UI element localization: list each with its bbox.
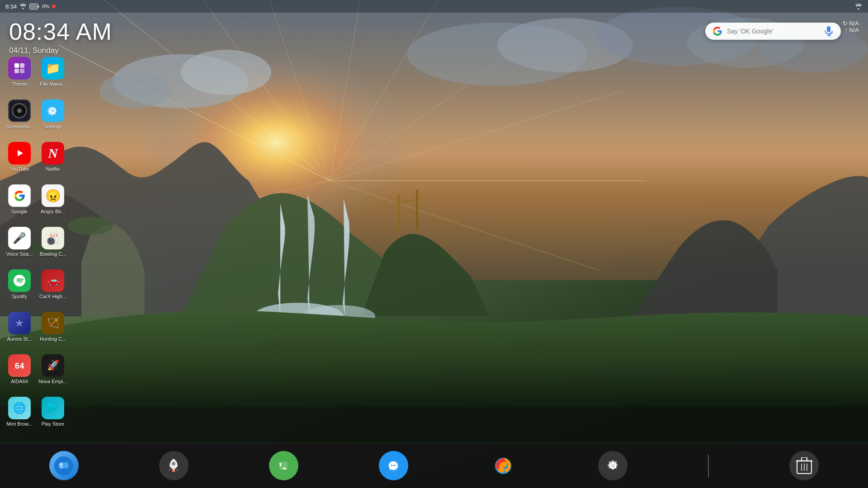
app-grid: Theme📁File Mana...Screensho..SettingsYou… bbox=[0, 50, 72, 439]
app-icon-play-store bbox=[42, 397, 64, 419]
app-icon-aida64: 64 bbox=[8, 354, 31, 377]
app-item-screenshot[interactable]: Screensho.. bbox=[4, 97, 35, 137]
svg-rect-45 bbox=[172, 469, 175, 472]
notification-dot bbox=[52, 5, 56, 8]
app-item-spotify[interactable]: Spotify bbox=[4, 267, 35, 307]
taskbar-trash[interactable] bbox=[789, 451, 819, 480]
svg-point-21 bbox=[68, 217, 113, 235]
taskbar-settings[interactable] bbox=[598, 451, 627, 480]
app-label-file-manager: File Mana... bbox=[40, 81, 66, 87]
wifi-signal-icon bbox=[854, 3, 863, 9]
app-label-nova: Nova Empi... bbox=[39, 379, 67, 385]
app-label-mint-browser: Mint Brow... bbox=[6, 421, 32, 427]
svg-point-49 bbox=[391, 465, 392, 466]
app-icon-theme bbox=[8, 57, 31, 80]
app-icon-file-manager: 📁 bbox=[42, 57, 64, 80]
svg-rect-27 bbox=[416, 190, 418, 230]
svg-point-43 bbox=[61, 464, 62, 465]
app-icon-mint-browser: 🌐 bbox=[8, 397, 31, 419]
app-icon-angry-birds: 😠 bbox=[42, 184, 64, 207]
app-label-hunting: Hunting C... bbox=[40, 336, 66, 342]
taskbar-divider bbox=[708, 455, 709, 477]
app-label-aida64: AIDA64 bbox=[11, 379, 28, 385]
taskbar bbox=[0, 443, 868, 488]
app-icon-carx: 🚗 bbox=[42, 269, 64, 292]
battery-icon bbox=[29, 4, 39, 9]
app-label-carx: CarX High... bbox=[39, 294, 66, 300]
app-label-spotify: Spotify bbox=[12, 294, 27, 300]
taskbar-firefox[interactable] bbox=[488, 451, 518, 480]
app-label-theme: Theme bbox=[12, 81, 27, 87]
svg-point-51 bbox=[395, 465, 396, 466]
app-label-youtube: YouTube bbox=[9, 166, 29, 172]
app-icon-netflix: N bbox=[42, 142, 64, 164]
app-label-angry-birds: Angry Bir... bbox=[41, 209, 65, 215]
microphone-icon[interactable] bbox=[824, 26, 834, 36]
app-item-carx[interactable]: 🚗CarX High... bbox=[37, 267, 69, 307]
taskbar-chat[interactable] bbox=[379, 451, 408, 480]
app-item-aida64[interactable]: 64AIDA64 bbox=[4, 352, 35, 392]
app-item-hunting[interactable]: 🏹Hunting C... bbox=[37, 309, 69, 350]
app-label-voice-search: Voice Sea... bbox=[6, 251, 33, 257]
google-say-label: Say 'OK Google' bbox=[727, 28, 819, 35]
app-item-nova[interactable]: 🚀Nova Empi... bbox=[37, 352, 69, 392]
battery-percent: 0% bbox=[42, 4, 49, 9]
app-icon-spotify bbox=[8, 269, 31, 292]
statusbar-right bbox=[854, 3, 863, 9]
svg-rect-32 bbox=[827, 26, 830, 32]
rotate-icon: ↑ bbox=[844, 27, 848, 33]
app-item-netflix[interactable]: NNetflix bbox=[37, 139, 69, 180]
app-item-play-store[interactable]: Play Store bbox=[37, 394, 69, 435]
svg-point-15 bbox=[99, 72, 172, 108]
taskbar-launcher[interactable] bbox=[159, 451, 189, 480]
status-time: 8:34 bbox=[5, 3, 17, 10]
svg-rect-33 bbox=[14, 63, 19, 68]
svg-point-44 bbox=[172, 462, 175, 465]
app-item-bowling[interactable]: 🎳Bowling C... bbox=[37, 224, 69, 265]
app-item-theme[interactable]: Theme bbox=[4, 54, 35, 95]
app-label-screenshot: Screensho.. bbox=[6, 124, 33, 130]
google-g-icon bbox=[712, 26, 722, 36]
app-icon-youtube bbox=[8, 142, 31, 164]
app-icon-aurora: ★ bbox=[8, 312, 31, 334]
weather-temp: ↻ N/A bbox=[843, 20, 859, 27]
svg-rect-30 bbox=[30, 5, 37, 9]
app-icon-google bbox=[8, 184, 31, 207]
clock-time: 08:34 AM bbox=[9, 18, 112, 45]
app-icon-bowling: 🎳 bbox=[42, 227, 64, 249]
svg-point-42 bbox=[62, 462, 65, 469]
wifi-icon bbox=[19, 4, 27, 9]
svg-point-50 bbox=[393, 465, 394, 466]
app-icon-voice-search: 🎤 bbox=[8, 227, 31, 249]
app-icon-nova: 🚀 bbox=[42, 354, 64, 377]
app-icon-settings bbox=[42, 99, 64, 122]
app-item-settings[interactable]: Settings bbox=[37, 97, 69, 137]
wind-icon: ↻ bbox=[843, 20, 848, 27]
app-item-google[interactable]: Google bbox=[4, 182, 35, 222]
svg-rect-35 bbox=[14, 69, 19, 73]
wallpaper bbox=[0, 0, 868, 488]
app-item-mint-browser[interactable]: 🌐Mint Brow... bbox=[4, 394, 35, 435]
app-icon-hunting: 🏹 bbox=[42, 312, 64, 334]
app-item-file-manager[interactable]: 📁File Mana... bbox=[37, 54, 69, 95]
app-item-voice-search[interactable]: 🎤Voice Sea... bbox=[4, 224, 35, 265]
app-label-play-store: Play Store bbox=[42, 421, 65, 427]
app-icon-screenshot bbox=[8, 99, 31, 122]
statusbar-left: 8:34 0% bbox=[5, 3, 56, 10]
svg-rect-36 bbox=[20, 69, 24, 73]
app-item-youtube[interactable]: YouTube bbox=[4, 139, 35, 180]
app-item-angry-birds[interactable]: 😠Angry Bir... bbox=[37, 182, 69, 222]
app-label-google: Google bbox=[11, 209, 27, 215]
app-label-netflix: Netflix bbox=[46, 166, 60, 172]
app-label-aurora: Aurora St... bbox=[7, 336, 32, 342]
app-item-aurora[interactable]: ★Aurora St... bbox=[4, 309, 35, 350]
svg-rect-34 bbox=[20, 63, 24, 68]
svg-point-14 bbox=[181, 50, 271, 95]
google-search-bar[interactable]: Say 'OK Google' bbox=[705, 23, 841, 40]
svg-rect-26 bbox=[398, 194, 400, 230]
taskbar-finder[interactable] bbox=[49, 451, 79, 480]
svg-rect-31 bbox=[38, 5, 39, 8]
taskbar-phone[interactable] bbox=[269, 451, 298, 480]
statusbar: 8:34 0% bbox=[0, 0, 868, 13]
app-label-bowling: Bowling C... bbox=[40, 251, 66, 257]
